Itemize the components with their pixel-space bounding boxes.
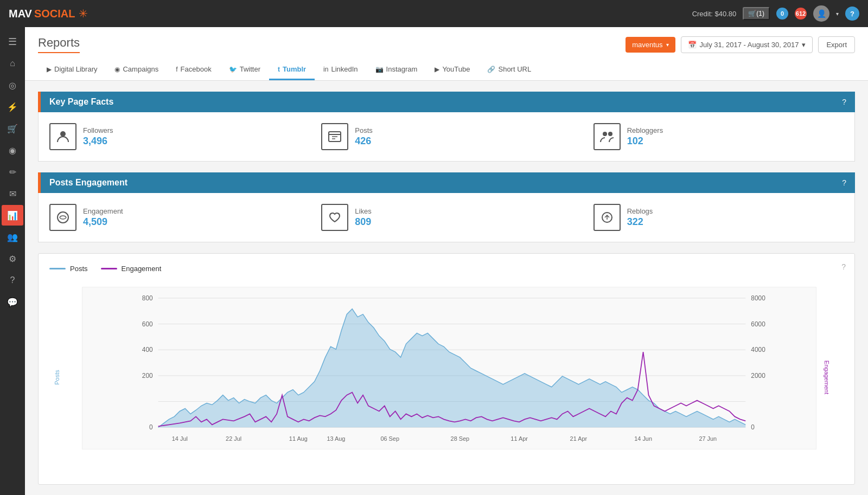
posts-label: Posts	[355, 126, 373, 134]
cart-button[interactable]: 🛒(1)	[743, 7, 770, 20]
account-dropdown[interactable]: maventus ▾	[626, 37, 675, 53]
svg-point-2	[603, 132, 607, 136]
tab-label: LinkedIn	[331, 65, 358, 73]
date-range-label: July 31, 2017 - August 30, 2017	[700, 41, 799, 49]
tab-youtube[interactable]: ▶ YouTube	[426, 60, 478, 80]
svg-text:14 Jun: 14 Jun	[634, 435, 652, 442]
notification-badge-red[interactable]: 612	[795, 8, 807, 20]
tab-facebook[interactable]: f Facebook	[167, 60, 220, 80]
svg-point-0	[60, 131, 66, 137]
followers-label: Followers	[83, 126, 113, 134]
sidebar-item-compose[interactable]: ✏	[2, 162, 23, 182]
svg-text:28 Sep: 28 Sep	[451, 435, 470, 442]
campaigns-icon: ◉	[114, 66, 120, 73]
chart-help-icon[interactable]: ?	[841, 262, 846, 271]
export-button[interactable]: Export	[818, 36, 855, 53]
sidebar-item-users[interactable]: 👥	[2, 227, 23, 247]
tab-instagram[interactable]: 📷 Instagram	[367, 60, 426, 80]
rebloggers-value: 102	[627, 136, 663, 147]
date-range-picker[interactable]: 📅 July 31, 2017 - August 30, 2017 ▾	[681, 36, 813, 53]
sidebar-item-store[interactable]: 🛒	[2, 118, 23, 139]
y-axis-left-label: Posts	[54, 370, 60, 385]
svg-text:8000: 8000	[751, 294, 765, 302]
svg-text:2000: 2000	[751, 372, 765, 380]
tumblr-icon: t	[278, 66, 280, 73]
sidebar-item-settings[interactable]: ⚙	[2, 248, 23, 269]
chart-section: ? Posts Engagement Posts Engagement	[38, 253, 855, 485]
engagement-icon	[49, 204, 76, 231]
notification-badge-blue[interactable]: 0	[776, 8, 788, 20]
instagram-icon: 📷	[375, 66, 384, 73]
engagement-stat: Engagement 4,509	[49, 204, 299, 231]
help-icon[interactable]: ?	[842, 98, 846, 106]
key-page-facts-body: Followers 3,496	[38, 112, 855, 162]
credit-display: Credit: $40.80	[692, 10, 737, 18]
followers-value: 3,496	[83, 136, 113, 147]
svg-text:27 Jun: 27 Jun	[699, 435, 717, 442]
key-page-facts-header: Key Page Facts ?	[38, 92, 855, 112]
sidebar-item-discover[interactable]: ◉	[2, 140, 23, 160]
calendar-icon: 📅	[688, 41, 697, 49]
tab-label: Campaigns	[123, 65, 158, 73]
tab-campaigns[interactable]: ◉ Campaigns	[106, 60, 167, 80]
legend-posts: Posts	[49, 265, 88, 273]
tab-short-url[interactable]: 🔗 Short URL	[478, 60, 540, 80]
svg-text:06 Sep: 06 Sep	[380, 435, 399, 442]
sidebar-item-home[interactable]: ⌂	[2, 53, 23, 74]
svg-point-3	[608, 132, 612, 136]
posts-stat: Posts 426	[321, 123, 571, 150]
svg-text:6000: 6000	[751, 320, 765, 328]
tab-linkedin[interactable]: in LinkedIn	[315, 60, 367, 80]
play-icon: ▶	[47, 66, 52, 73]
svg-text:800: 800	[142, 294, 153, 302]
tab-digital-library[interactable]: ▶ Digital Library	[38, 60, 106, 80]
engagement-info: Engagement 4,509	[83, 207, 123, 228]
legend-posts-line	[49, 268, 66, 269]
sidebar-item-reports[interactable]: 📊	[2, 205, 23, 226]
reblogs-value: 322	[627, 216, 653, 228]
reblogs-stat: Reblogs 322	[593, 204, 844, 231]
svg-text:0: 0	[149, 423, 153, 431]
sidebar-item-menu[interactable]: ☰	[2, 31, 23, 52]
brand-logo: MAV SOCIAL ✳	[9, 7, 88, 20]
rebloggers-label: Rebloggers	[627, 126, 663, 134]
legend-engagement-line	[101, 268, 117, 269]
facebook-icon: f	[176, 66, 177, 73]
help-icon[interactable]: ?	[842, 178, 846, 187]
posts-engagement-card: Posts Engagement ?	[38, 172, 855, 242]
rebloggers-info: Rebloggers 102	[627, 126, 663, 147]
engagement-value: 4,509	[83, 216, 123, 228]
sidebar-item-mail[interactable]: ✉	[2, 183, 23, 204]
sidebar-item-target[interactable]: ◎	[2, 75, 23, 95]
likes-label: Likes	[355, 207, 371, 215]
avatar[interactable]: 👤	[813, 5, 829, 22]
posts-engagement-title: Posts Engagement	[49, 178, 127, 188]
reblogs-info: Reblogs 322	[627, 207, 653, 228]
sidebar-item-help[interactable]: ?	[2, 270, 23, 291]
y-axis-right-label: Engagement	[824, 361, 830, 394]
sidebar-item-feed[interactable]: ⚡	[2, 97, 23, 117]
help-button[interactable]: ?	[845, 7, 859, 21]
tab-tumblr[interactable]: t Tumblr	[269, 60, 315, 80]
account-name: maventus	[632, 41, 662, 49]
posts-value: 426	[355, 136, 373, 147]
engagement-stats-row: Engagement 4,509 Likes	[49, 204, 844, 231]
tab-twitter[interactable]: 🐦 Twitter	[220, 60, 269, 80]
linkedin-icon: in	[323, 66, 328, 73]
svg-text:14 Jul: 14 Jul	[172, 435, 188, 442]
svg-point-4	[58, 212, 68, 223]
rebloggers-stat: Rebloggers 102	[593, 123, 844, 150]
key-page-facts-title: Key Page Facts	[49, 97, 113, 107]
tab-label: Facebook	[181, 65, 212, 73]
svg-text:22 Jul: 22 Jul	[226, 435, 241, 442]
followers-icon	[49, 123, 76, 150]
chevron-down-icon: ▾	[802, 41, 806, 49]
page-header-controls: maventus ▾ 📅 July 31, 2017 - August 30, …	[626, 36, 855, 53]
svg-text:11 Apr: 11 Apr	[510, 435, 528, 442]
reblogs-label: Reblogs	[627, 207, 653, 215]
engagement-label: Engagement	[83, 207, 123, 215]
sidebar-item-comments[interactable]: 💬	[2, 292, 23, 312]
svg-text:600: 600	[142, 320, 153, 328]
likes-info: Likes 809	[355, 207, 371, 228]
page-header: Reports maventus ▾ 📅 July 31, 2017 - Aug…	[25, 27, 868, 81]
